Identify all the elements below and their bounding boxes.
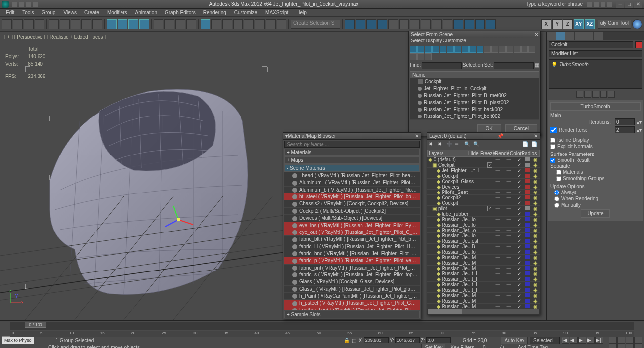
material-item[interactable]: Leather_boot ( VRayMtl ) [Russian_Jet_Fi…: [284, 307, 420, 310]
horizontal-scrollbar[interactable]: [427, 309, 540, 315]
modify-tab-icon[interactable]: [556, 32, 565, 40]
material-item[interactable]: Glass_ ( VRayMtl ) [Russian_Jet_Fighter_…: [284, 286, 420, 293]
scene-item[interactable]: Jet_Fighter_Pilot_in_Cockpit: [410, 85, 539, 92]
coord-x-input[interactable]: 209,983: [364, 337, 389, 343]
sfs-menu-customize[interactable]: Customize: [443, 38, 466, 45]
menu-maxscript[interactable]: MAXScript: [261, 9, 292, 16]
sep-smoothing-checkbox[interactable]: [556, 176, 561, 181]
motion-tab-icon[interactable]: [575, 32, 584, 40]
layer-row[interactable]: ◆ Cockpit——✓◉: [427, 173, 540, 179]
material-item[interactable]: eye_ins ( VRayMtl ) [Russian_Jet_Fighter…: [284, 222, 420, 229]
viewport-nav-7[interactable]: [626, 344, 634, 348]
make-unique-icon[interactable]: [592, 91, 599, 98]
sfs-filter-icon-13[interactable]: [506, 46, 513, 53]
menu-graph editors[interactable]: Graph Editors: [161, 9, 200, 16]
material-item[interactable]: fabric_blt ( VRayMtl ) [Russian_Jet_Figh…: [284, 236, 420, 243]
menu-edit[interactable]: Edit: [2, 9, 18, 16]
sfs-filter-icon-7[interactable]: [462, 46, 469, 53]
material-item[interactable]: Aluminum_ ( VRayMtl ) [Russian_Jet_Fight…: [284, 179, 420, 186]
sfs-filter-icon-5[interactable]: [447, 46, 454, 53]
layer-row[interactable]: ◆ Russian_Je...lo——✓◉: [427, 233, 540, 238]
toolbar-button-14[interactable]: [139, 19, 149, 29]
scene-item[interactable]: Cockpit: [410, 78, 539, 85]
viewport-nav-3[interactable]: [626, 337, 634, 344]
toolbar-mid-0[interactable]: [345, 19, 355, 29]
layer-row[interactable]: ◆ Russian_Je...M——✓◉: [427, 260, 540, 266]
menu-animation[interactable]: Animation: [131, 9, 161, 16]
toolbar-button-18[interactable]: [175, 19, 185, 29]
render-iters-spinner[interactable]: [615, 126, 635, 133]
toolbar-mid-10[interactable]: [453, 19, 463, 29]
menu-help[interactable]: Help: [292, 9, 311, 16]
sfs-filter-icon-14[interactable]: [514, 46, 521, 53]
layer-row[interactable]: ◆ Russian_Je...M——✓◉: [427, 298, 540, 304]
named-selection-dropdown[interactable]: Create Selection S: [291, 20, 340, 29]
scene-materials-section[interactable]: - Scene Materials: [284, 164, 420, 172]
sfs-filter-icon-10[interactable]: [484, 46, 491, 53]
maps-section[interactable]: + Maps: [284, 156, 420, 164]
update-manual-radio[interactable]: [554, 203, 559, 208]
toolbar-mid-3[interactable]: [377, 19, 387, 29]
toolbar-button-27[interactable]: [266, 19, 276, 29]
coord-y-input[interactable]: 1046,617: [395, 337, 420, 343]
viewport-nav-4[interactable]: [634, 337, 642, 344]
cancel-button[interactable]: Cancel: [505, 124, 537, 133]
maxscript-listener-button[interactable]: Max to Physo: [2, 336, 34, 344]
toolbar-button-3[interactable]: [35, 19, 44, 29]
display-tab-icon[interactable]: [584, 32, 593, 40]
toolbar-button-9[interactable]: [92, 19, 102, 29]
goto-end-button[interactable]: ▶|: [595, 337, 603, 344]
sfs-filter-icon-8[interactable]: [469, 46, 476, 53]
goto-start-button[interactable]: |◀: [562, 337, 569, 344]
layer-row[interactable]: ◆ Russian_Je...esl——✓◉: [427, 238, 540, 244]
scene-item[interactable]: Russian_Jet_Fighter_Pilot_back002: [410, 106, 539, 113]
material-item[interactable]: fabric_hnd ( VRayMtl ) [Russian_Jet_Figh…: [284, 250, 420, 257]
toolbar-mid-11[interactable]: [464, 19, 474, 29]
layer-row[interactable]: ◆ Pilot's_Seat——✓◉: [427, 190, 540, 195]
pin-stack-icon[interactable]: [576, 91, 583, 98]
timeconfig-icon[interactable]: ⏱: [500, 345, 507, 348]
sfs-filter-icon-0[interactable]: [410, 46, 417, 53]
toolbar-button-16[interactable]: [154, 19, 163, 29]
layer-column-render[interactable]: Render: [494, 150, 509, 156]
layer-row[interactable]: ◆ Jet_Fighter_...t_l——✓◉: [427, 168, 540, 173]
toolbar-button-23[interactable]: [222, 19, 232, 29]
sfs-filter-icon-12[interactable]: [499, 46, 506, 53]
layer-row[interactable]: ◆ tube_rubber——✓◉: [427, 211, 540, 217]
material-item[interactable]: fabric_H ( VRayMtl ) [Russian_Jet_Fighte…: [284, 243, 420, 250]
layer-row[interactable]: ▣ Cockpit✓——✓◉: [427, 162, 540, 168]
layer-row[interactable]: ◆ Russian_Je...lo——✓◉: [427, 249, 540, 255]
current-frame-input[interactable]: 0: [483, 345, 498, 348]
material-item[interactable]: Glass ( VRayMtl ) [Cockpit_Glass, Device…: [284, 278, 420, 285]
menu-customize[interactable]: Customize: [230, 9, 261, 16]
sfs-filter-icon-4[interactable]: [440, 46, 446, 53]
setkey-button[interactable]: Set Key: [421, 344, 445, 348]
viewport-label[interactable]: [ + ] [ Perspective ] [ Realistic + Edge…: [4, 34, 106, 39]
filter-icon[interactable]: ▦: [535, 62, 539, 69]
toolbar-button-0[interactable]: [2, 19, 12, 29]
quick-access-icons[interactable]: [12, 1, 41, 8]
scene-item[interactable]: Russian_Jet_Fighter_Pilot_B_met002: [410, 92, 539, 99]
toolbar-mid-5[interactable]: [399, 19, 409, 29]
layer-row[interactable]: ◆ Russian_Je...B——✓◉: [427, 244, 540, 249]
layer-column-layers[interactable]: Layers: [428, 150, 467, 156]
timeline-ruler[interactable]: 0510152025303540455055606570758085909510…: [10, 331, 634, 337]
sfs-filter-icon-3[interactable]: [432, 46, 439, 53]
sfs-filter-icon-1[interactable]: [417, 46, 424, 53]
sfs-filter-icon-6[interactable]: [454, 46, 461, 53]
layer-column-radios[interactable]: Radios: [521, 150, 535, 156]
key-mode-select[interactable]: Selected: [530, 337, 560, 344]
layer-row[interactable]: ◆ Cockpit——✓◉: [427, 200, 540, 206]
configure-sets-icon[interactable]: [608, 91, 615, 98]
layer-column-hide[interactable]: Hide: [467, 150, 479, 156]
axis-xy-button[interactable]: XY: [574, 19, 584, 29]
layer-row[interactable]: ◆ Russian_Je...M——✓◉: [427, 266, 540, 271]
object-color-swatch[interactable]: [635, 41, 642, 48]
sfs-filter-icon-11[interactable]: [491, 46, 498, 53]
highlight-layer-icon[interactable]: 🔍: [464, 141, 471, 148]
layer-row[interactable]: ◆ Cockpit2——✓◉: [427, 195, 540, 200]
object-name-field[interactable]: Cockpit: [549, 41, 633, 48]
toolbar-button-17[interactable]: [164, 19, 174, 29]
update-render-radio[interactable]: [554, 196, 559, 201]
toolbar-button-6[interactable]: [60, 19, 70, 29]
